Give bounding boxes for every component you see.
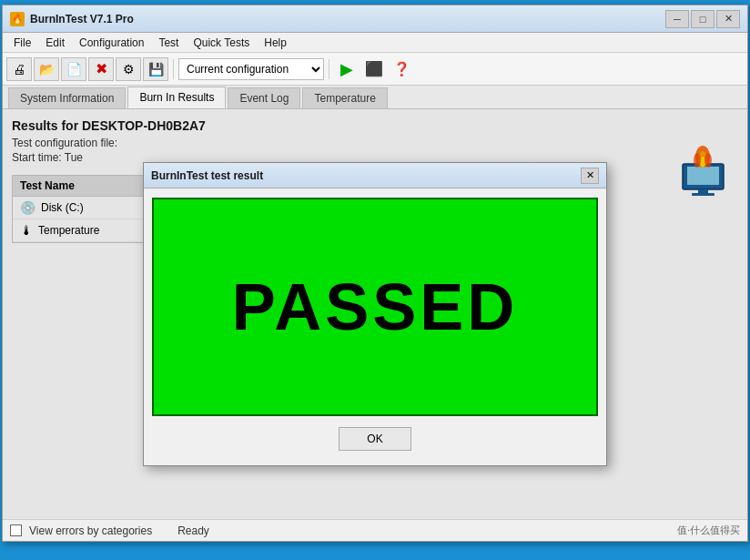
status-text: Ready	[177, 524, 209, 537]
stop-button[interactable]: ⬛	[361, 57, 387, 81]
stop-red-button[interactable]: ✖	[88, 57, 114, 81]
close-button[interactable]: ✕	[716, 10, 740, 28]
modal-overlay: BurnInTest test result ✕ PASSED OK	[3, 109, 747, 519]
config-button[interactable]: ⚙	[116, 57, 141, 81]
print-button[interactable]: 🖨	[6, 57, 32, 81]
tab-temperature[interactable]: Temperature	[302, 87, 387, 108]
tabs-bar: System Information Burn In Results Event…	[3, 86, 747, 109]
toolbar-separator-2	[329, 59, 329, 79]
result-dialog: BurnInTest test result ✕ PASSED OK	[143, 162, 607, 466]
tab-event-log[interactable]: Event Log	[228, 87, 300, 108]
maximize-button[interactable]: □	[691, 10, 715, 28]
menu-edit[interactable]: Edit	[38, 35, 72, 51]
tab-burn-in-results[interactable]: Burn In Results	[127, 87, 226, 108]
help-button[interactable]: ❓	[389, 57, 414, 81]
pass-text: PASSED	[232, 270, 519, 344]
disk-button[interactable]: 💾	[143, 57, 168, 81]
main-window: 🔥 BurnInTest V7.1 Pro ─ □ ✕ File Edit Co…	[2, 5, 748, 542]
new-button[interactable]: 📄	[61, 57, 86, 81]
errors-label: View errors by categories	[29, 524, 152, 537]
minimize-button[interactable]: ─	[665, 10, 689, 28]
toolbar: 🖨 📂 📄 ✖ ⚙ 💾 Current configuration ▶ ⬛ ❓	[3, 53, 747, 86]
pass-result-box: PASSED	[152, 198, 598, 416]
open-button[interactable]: 📂	[34, 57, 59, 81]
status-left: View errors by categories Ready	[10, 524, 209, 537]
play-button[interactable]: ▶	[334, 57, 360, 81]
app-icon: 🔥	[10, 12, 25, 26]
menu-file[interactable]: File	[6, 35, 38, 51]
menu-quick-tests[interactable]: Quick Tests	[186, 35, 257, 51]
menu-bar: File Edit Configuration Test Quick Tests…	[3, 33, 747, 53]
dialog-title: BurnInTest test result	[151, 169, 581, 182]
dialog-body: PASSED OK	[144, 188, 606, 465]
errors-checkbox[interactable]	[10, 524, 22, 536]
content-area: Results for DESKTOP-DH0B2A7 Test configu…	[3, 109, 747, 519]
title-bar: 🔥 BurnInTest V7.1 Pro ─ □ ✕	[3, 5, 747, 33]
toolbar-separator-1	[173, 59, 174, 79]
menu-test[interactable]: Test	[151, 35, 186, 51]
window-controls: ─ □ ✕	[665, 10, 740, 28]
watermark: 值·什么值得买	[677, 524, 740, 537]
status-bar: View errors by categories Ready 值·什么值得买	[3, 519, 747, 541]
tab-system-information[interactable]: System Information	[8, 87, 126, 108]
window-title: BurnInTest V7.1 Pro	[30, 13, 665, 25]
menu-configuration[interactable]: Configuration	[72, 35, 151, 51]
config-select[interactable]: Current configuration	[178, 58, 324, 80]
dialog-titlebar: BurnInTest test result ✕	[144, 163, 606, 188]
menu-help[interactable]: Help	[257, 35, 294, 51]
dialog-close-button[interactable]: ✕	[581, 168, 599, 184]
ok-button[interactable]: OK	[339, 427, 411, 451]
